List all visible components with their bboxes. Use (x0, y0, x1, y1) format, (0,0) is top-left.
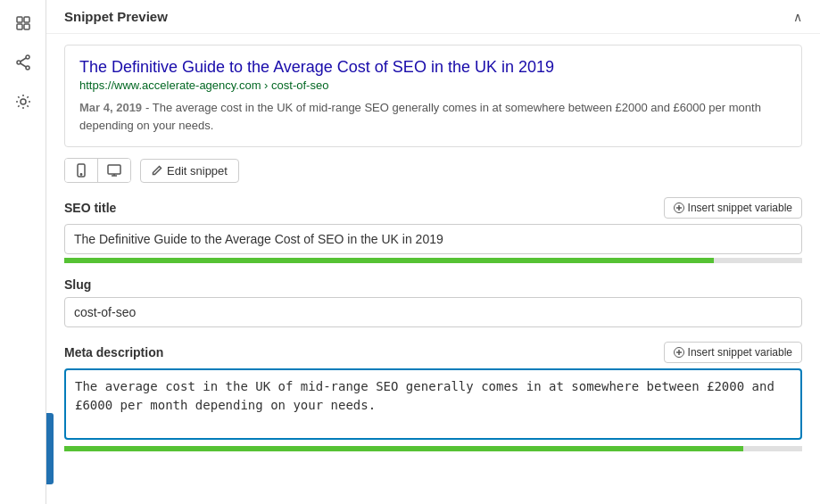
top-bar: Snippet Preview ∧ (46, 0, 820, 34)
svg-rect-1 (24, 17, 29, 22)
meta-description-header: Meta description Insert snippet variable (64, 342, 802, 363)
page-title: Snippet Preview (64, 9, 168, 24)
svg-rect-2 (17, 24, 22, 29)
layers-icon[interactable] (5, 5, 41, 41)
seo-title-insert-variable-button[interactable]: Insert snippet variable (664, 197, 802, 219)
snippet-preview-card: The Definitive Guide to the Average Cost… (64, 45, 802, 147)
svg-rect-12 (108, 165, 120, 174)
preview-description: The average cost in the UK of mid-range … (79, 101, 761, 132)
slug-section: Slug (46, 277, 820, 342)
svg-point-5 (26, 66, 29, 70)
edit-snippet-button[interactable]: Edit snippet (140, 159, 239, 183)
device-toggle (64, 158, 131, 183)
meta-description-label: Meta description (64, 345, 163, 359)
sidebar (0, 0, 46, 504)
svg-line-8 (20, 63, 25, 67)
svg-point-4 (26, 55, 29, 59)
seo-title-progress-fill (64, 258, 714, 263)
meta-description-progress (64, 446, 802, 451)
svg-point-11 (80, 174, 81, 175)
meta-description-progress-fill (64, 446, 743, 451)
svg-point-6 (17, 61, 21, 64)
seo-title-progress (64, 258, 802, 263)
svg-rect-0 (17, 17, 22, 22)
seo-title-label: SEO title (64, 201, 116, 215)
meta-active-indicator (46, 413, 54, 484)
preview-title[interactable]: The Definitive Guide to the Average Cost… (79, 58, 787, 77)
collapse-icon[interactable]: ∧ (793, 10, 802, 24)
seo-title-input[interactable] (64, 224, 802, 254)
desktop-view-button[interactable] (98, 159, 130, 182)
settings-icon[interactable] (5, 84, 41, 120)
main-content: Snippet Preview ∧ The Definitive Guide t… (46, 0, 820, 504)
share-icon[interactable] (5, 45, 41, 80)
seo-title-header: SEO title Insert snippet variable (64, 197, 802, 219)
mobile-view-button[interactable] (65, 159, 98, 182)
slug-header: Slug (64, 277, 802, 292)
meta-description-insert-variable-button[interactable]: Insert snippet variable (664, 342, 802, 363)
svg-point-9 (21, 99, 26, 104)
svg-rect-3 (24, 24, 29, 29)
meta-description-input[interactable]: The average cost in the UK of mid-range … (64, 368, 802, 440)
meta-description-section: Meta description Insert snippet variable… (46, 342, 820, 466)
svg-line-7 (20, 58, 25, 62)
preview-url: https://www.accelerate-agency.com › cost… (79, 78, 787, 92)
seo-title-section: SEO title Insert snippet variable (46, 197, 820, 277)
slug-input[interactable] (64, 297, 802, 327)
slug-label: Slug (64, 277, 91, 292)
preview-date: Mar 4, 2019 (79, 101, 142, 114)
action-bar: Edit snippet (64, 158, 802, 183)
